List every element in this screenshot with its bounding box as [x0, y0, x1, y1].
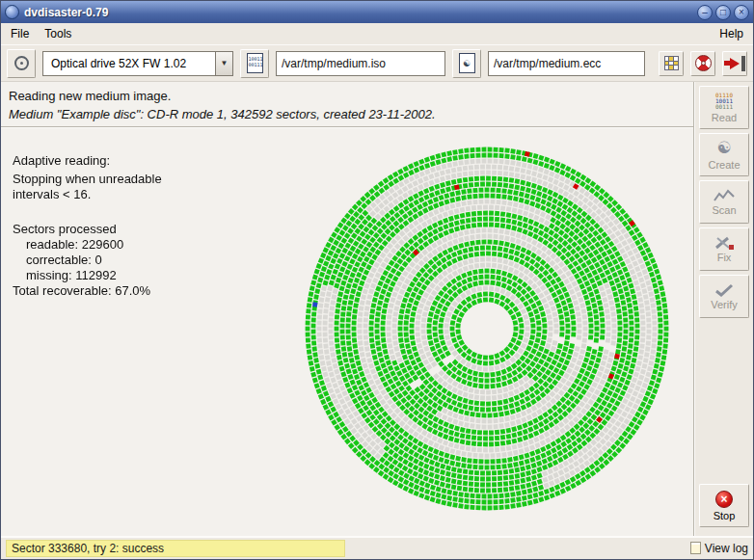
read-button[interactable]: 01110 10011 00111 Read: [699, 86, 749, 129]
ecc-path-input[interactable]: [488, 51, 645, 76]
stop-icon: ×: [715, 491, 733, 508]
iso-file-icon: 10011 00111: [247, 53, 263, 73]
stopping-condition-line2: intervals < 16.: [13, 187, 162, 202]
fix-label: Fix: [717, 252, 732, 263]
verify-label: Verify: [711, 299, 738, 310]
statusbar: Sector 333680, try 2: success View log: [1, 536, 753, 559]
preferences-icon: [664, 56, 679, 70]
maximize-button[interactable]: □: [715, 5, 731, 20]
menu-tools[interactable]: Tools: [37, 24, 79, 43]
ecc-file-icon: ☯: [459, 53, 475, 73]
fix-icon: [714, 236, 735, 250]
spiral-area: Adaptive reading: Stopping when unreadab…: [1, 128, 693, 536]
missing-count: missing: 112992: [13, 268, 162, 283]
sectors-processed-title: Sectors processed: [13, 222, 162, 237]
app-icon: [5, 5, 19, 19]
stop-button[interactable]: × Stop: [699, 484, 749, 527]
fix-button[interactable]: Fix: [699, 227, 749, 271]
stop-label: Stop: [714, 510, 736, 521]
correctable-count: correctable: 0: [13, 253, 162, 268]
quit-button[interactable]: [722, 51, 747, 76]
total-recoverable: Total recoverable: 67.0%: [13, 283, 162, 299]
status-line-1: Reading new medium image.: [9, 89, 686, 103]
scan-label: Scan: [712, 204, 736, 216]
menubar: File Tools Help: [1, 23, 753, 45]
create-label: Create: [708, 159, 740, 171]
quit-icon: [724, 56, 745, 71]
verify-button[interactable]: Verify: [699, 275, 749, 318]
read-icon: 01110 10011 00111: [715, 93, 733, 110]
drive-icon: [14, 56, 29, 70]
view-log-label: View log: [705, 542, 748, 555]
minimize-button[interactable]: –: [697, 5, 713, 20]
window-title: dvdisaster-0.79: [24, 6, 108, 19]
log-icon: [690, 542, 701, 554]
chevron-down-icon[interactable]: ▼: [215, 52, 232, 75]
iso-file-button[interactable]: 10011 00111: [240, 49, 269, 78]
drive-selector[interactable]: Optical drive 52X FW 1.02 ▼: [42, 51, 233, 76]
status-message: Sector 333680, try 2: success: [6, 540, 345, 557]
drive-eject-button[interactable]: [7, 49, 36, 78]
action-sidebar: 01110 10011 00111 Read ☯ Create Scan: [695, 82, 753, 536]
create-icon: ☯: [716, 140, 731, 157]
scan-button[interactable]: Scan: [699, 180, 749, 224]
stopping-condition-line1: Stopping when unreadable: [13, 172, 162, 187]
view-log-button[interactable]: View log: [690, 542, 748, 555]
menu-file[interactable]: File: [3, 24, 37, 43]
drive-selector-value: Optical drive 52X FW 1.02: [43, 52, 215, 75]
scan-icon: [714, 189, 735, 202]
adaptive-reading-title: Adaptive reading:: [13, 153, 162, 169]
lifesaver-icon: [695, 55, 712, 71]
menu-help[interactable]: Help: [712, 24, 751, 43]
read-label: Read: [712, 112, 737, 123]
reading-info-panel: Adaptive reading: Stopping when unreadab…: [13, 153, 162, 299]
iso-path-input[interactable]: [276, 51, 445, 76]
readable-count: readable: 229600: [13, 237, 162, 253]
dvdisaster-window: dvdisaster-0.79 – □ × File Tools Help Op…: [0, 0, 754, 560]
toolbar: Optical drive 52X FW 1.02 ▼ 10011 00111 …: [1, 45, 753, 82]
status-line-2: Medium "Example disc": CD-R mode 1, 3425…: [9, 107, 686, 121]
preferences-button[interactable]: [659, 51, 684, 76]
verify-icon: [714, 283, 735, 297]
titlebar[interactable]: dvdisaster-0.79 – □ ×: [1, 1, 753, 23]
close-button[interactable]: ×: [734, 5, 749, 20]
operation-status-header: Reading new medium image. Medium "Exampl…: [1, 82, 693, 126]
help-button[interactable]: [690, 51, 715, 76]
create-button[interactable]: ☯ Create: [699, 133, 749, 176]
ecc-file-button[interactable]: ☯: [452, 49, 481, 78]
